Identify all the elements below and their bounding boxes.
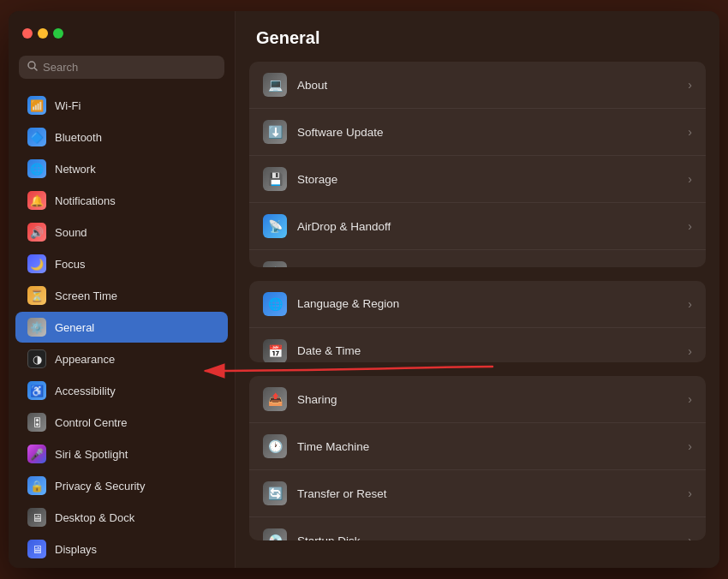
traffic-lights: [22, 28, 63, 39]
settings-row-label: Date & Time: [297, 344, 677, 357]
sidebar-item-label: General: [55, 321, 94, 334]
chevron-icon: ›: [688, 392, 692, 406]
search-placeholder: Search: [43, 61, 78, 74]
settings-row-transfer[interactable]: 🔄Transfer or Reset›: [249, 470, 706, 517]
minimize-button[interactable]: [38, 28, 48, 39]
settings-row-login[interactable]: 📋Login Items›: [249, 250, 706, 267]
settings-row-label: Transfer or Reset: [297, 487, 677, 500]
svg-point-0: [28, 62, 35, 69]
general-icon: ⚙️: [27, 318, 46, 337]
sidebar-item-privacy[interactable]: 🔒Privacy & Security: [15, 470, 228, 501]
sidebar-item-network[interactable]: 🌐Network: [15, 153, 228, 184]
settings-group-group1: 💻About›⬇️Software Update›💾Storage›📡AirDr…: [249, 62, 706, 267]
chevron-icon: ›: [688, 534, 692, 540]
sidebar-item-label: Displays: [55, 543, 97, 556]
sidebar-item-label: Wi-Fi: [55, 99, 81, 112]
settings-row-sharing[interactable]: 📤Sharing›: [249, 376, 706, 423]
page-title: General: [256, 28, 699, 48]
sidebar-item-desktop[interactable]: 🖥Desktop & Dock: [15, 502, 228, 533]
notifications-icon: 🔔: [27, 191, 46, 210]
settings-row-label: About: [297, 79, 677, 92]
sidebar-item-label: Desktop & Dock: [55, 511, 134, 524]
airdrop-icon: 📡: [263, 214, 287, 238]
sidebar-item-notifications[interactable]: 🔔Notifications: [15, 185, 228, 216]
settings-row-software[interactable]: ⬇️Software Update›: [249, 109, 706, 156]
settings-row-about[interactable]: 💻About›: [249, 62, 706, 109]
wifi-icon: 📶: [27, 96, 46, 115]
settings-row-timemachine[interactable]: 🕐Time Machine›: [249, 423, 706, 470]
about-icon: 💻: [263, 73, 287, 97]
main-header: General: [236, 11, 719, 62]
sidebar-item-bluetooth[interactable]: 🔷Bluetooth: [15, 122, 228, 152]
sidebar-item-screentime[interactable]: ⏳Screen Time: [15, 280, 228, 311]
sound-icon: 🔊: [27, 223, 46, 242]
chevron-icon: ›: [688, 266, 692, 267]
sidebar-item-label: Privacy & Security: [55, 480, 145, 492]
sidebar-item-siri[interactable]: 🎤Siri & Spotlight: [15, 439, 228, 469]
settings-row-label: Sharing: [297, 393, 677, 406]
screentime-icon: ⏳: [27, 286, 46, 305]
sidebar-item-sound[interactable]: 🔊Sound: [15, 217, 228, 248]
sidebar-item-general[interactable]: ⚙️General: [15, 312, 228, 343]
chevron-icon: ›: [688, 486, 692, 500]
settings-row-airdrop[interactable]: 📡AirDrop & Handoff›: [249, 203, 706, 250]
sidebar-item-label: Notifications: [55, 194, 116, 207]
svg-line-1: [35, 69, 38, 71]
sidebar-item-label: Accessibility: [55, 385, 116, 397]
siri-icon: 🎤: [27, 445, 46, 463]
sidebar-item-label: Network: [55, 163, 96, 176]
search-icon: [27, 61, 38, 74]
settings-row-label: Time Machine: [297, 440, 677, 453]
chevron-icon: ›: [688, 172, 692, 186]
privacy-icon: 🔒: [27, 476, 46, 495]
sidebar-item-displays[interactable]: 🖥Displays: [15, 534, 228, 564]
maximize-button[interactable]: [53, 28, 63, 39]
close-button[interactable]: [22, 28, 33, 39]
settings-row-startup[interactable]: 💿Startup Disk›: [249, 517, 706, 540]
sidebar-item-focus[interactable]: 🌙Focus: [15, 248, 228, 279]
controlcentre-icon: 🎛: [27, 413, 46, 432]
accessibility-icon: ♿: [27, 381, 46, 400]
software-icon: ⬇️: [263, 120, 287, 144]
sharing-icon: 📤: [263, 387, 287, 411]
language-icon: 🌐: [263, 292, 287, 316]
settings-row-datetime[interactable]: 📅Date & Time›: [249, 328, 706, 362]
datetime-icon: 📅: [263, 339, 287, 362]
main-content: General 💻About›⬇️Software Update›💾Storag…: [236, 11, 719, 568]
sidebar-item-appearance[interactable]: ◑Appearance: [15, 343, 228, 374]
network-icon: 🌐: [27, 159, 46, 178]
timemachine-icon: 🕐: [263, 434, 287, 458]
sidebar-item-label: Bluetooth: [55, 131, 102, 144]
sidebar-item-label: Siri & Spotlight: [55, 448, 128, 461]
search-bar[interactable]: Search: [19, 56, 224, 79]
sidebar-item-label: Screen Time: [55, 290, 117, 302]
chevron-icon: ›: [688, 297, 692, 311]
storage-icon: 💾: [263, 167, 287, 191]
sidebar-item-label: Appearance: [55, 353, 115, 366]
desktop-icon: 🖥: [27, 508, 46, 527]
sidebar-item-wifi[interactable]: 📶Wi-Fi: [15, 90, 228, 121]
sidebar-item-controlcentre[interactable]: 🎛Control Centre: [15, 407, 228, 438]
focus-icon: 🌙: [27, 254, 46, 273]
sidebar-item-label: Control Centre: [55, 416, 128, 429]
sidebar-item-label: Sound: [55, 226, 87, 239]
login-icon: 📋: [263, 261, 287, 267]
appearance-icon: ◑: [27, 349, 46, 368]
sidebar-item-accessibility[interactable]: ♿Accessibility: [15, 375, 228, 406]
sidebar-item-label: Focus: [55, 258, 85, 271]
settings-list: 💻About›⬇️Software Update›💾Storage›📡AirDr…: [236, 62, 719, 568]
displays-icon: 🖥: [27, 540, 46, 558]
settings-row-language[interactable]: 🌐Language & Region›: [249, 281, 706, 328]
transfer-icon: 🔄: [263, 481, 287, 505]
settings-group-group3: 📤Sharing›🕐Time Machine›🔄Transfer or Rese…: [249, 376, 706, 540]
settings-row-label: Storage: [297, 173, 677, 186]
settings-row-label: Language & Region: [297, 297, 677, 310]
titlebar: [9, 11, 235, 56]
settings-row-label: Software Update: [297, 126, 677, 139]
bluetooth-icon: 🔷: [27, 128, 46, 146]
settings-row-storage[interactable]: 💾Storage›: [249, 156, 706, 203]
sidebar-list: 📶Wi-Fi🔷Bluetooth🌐Network🔔Notifications🔊S…: [9, 86, 235, 568]
settings-group-group2: 🌐Language & Region›📅Date & Time›: [249, 281, 706, 362]
settings-row-label: Startup Disk: [297, 534, 677, 540]
sidebar: Search 📶Wi-Fi🔷Bluetooth🌐Network🔔Notifica…: [9, 11, 236, 568]
